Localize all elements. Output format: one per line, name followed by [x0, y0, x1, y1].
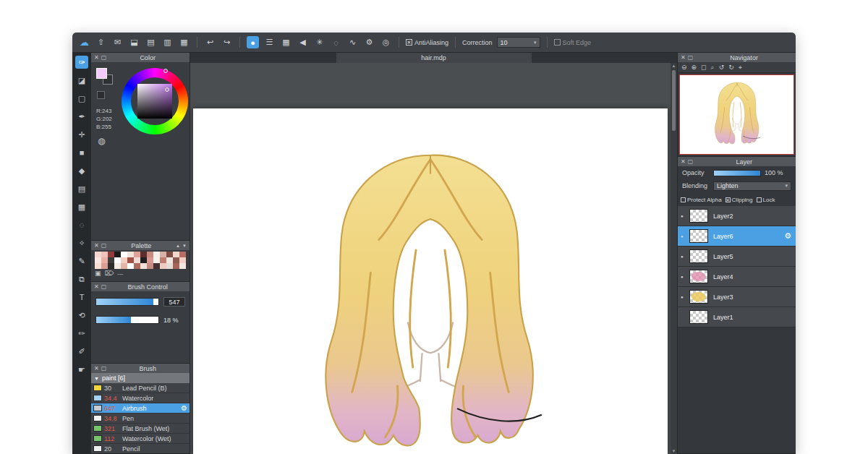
shape-tool[interactable]: ■	[75, 146, 88, 159]
snap-settings-gear-icon[interactable]: ⚙	[363, 36, 375, 48]
lock-checkbox[interactable]: Lock	[757, 197, 775, 203]
color-wheel[interactable]	[122, 68, 188, 134]
palette-swatch[interactable]	[101, 257, 108, 263]
palette-swatch[interactable]	[153, 263, 160, 269]
brush-settings-icon[interactable]: ⚙	[181, 404, 187, 412]
palette-swatch[interactable]	[95, 252, 101, 257]
foreground-color-swatch[interactable]	[96, 68, 107, 79]
palette-swatch[interactable]	[101, 252, 108, 257]
vanishing-point-icon[interactable]: ◀	[297, 36, 309, 48]
palette-swatch[interactable]	[173, 252, 179, 257]
scroll-up-icon[interactable]: ▲	[672, 63, 676, 69]
layer-row[interactable]: ●Layer3	[678, 287, 796, 307]
stabilizer-icon[interactable]: ◎	[380, 36, 392, 48]
palette-swatch[interactable]	[179, 263, 186, 269]
scrollbar-thumb[interactable]	[672, 70, 676, 131]
blending-dropdown[interactable]: Lighten ▾	[713, 181, 791, 191]
palette-swatch[interactable]	[147, 257, 153, 263]
brush-item[interactable]: 34.8Pen	[91, 414, 190, 424]
hand-tool[interactable]: ☛	[75, 363, 88, 376]
layer-visibility-toggle[interactable]: ●	[681, 254, 688, 259]
palette-swatch[interactable]	[121, 263, 127, 269]
soft-edge-checkbox[interactable]: Soft Edge	[554, 39, 592, 46]
rotate-ccw-icon[interactable]: ↺	[719, 64, 725, 71]
collapse-icon[interactable]: ▢	[688, 55, 694, 61]
palette-swatch[interactable]	[160, 263, 166, 269]
palette-swatch[interactable]	[173, 263, 179, 269]
palette-circle-icon[interactable]: ◍	[98, 136, 105, 146]
layer-row[interactable]: Layer1	[678, 307, 796, 327]
layer-row[interactable]: ●Layer2	[678, 206, 796, 226]
pages-icon[interactable]: ▥	[161, 36, 174, 48]
brush-size-value[interactable]: 547	[163, 297, 185, 307]
select-wand-tool[interactable]: ▦	[75, 200, 88, 213]
delete-swatch-icon[interactable]: ⌦	[105, 270, 114, 277]
palette-swatch[interactable]	[140, 257, 147, 263]
eraser-tool[interactable]: ◪	[75, 74, 88, 87]
document-tab[interactable]: hair.mdp	[336, 53, 532, 63]
brush-opacity-slider[interactable]	[95, 316, 159, 324]
brush-size-slider[interactable]	[95, 298, 159, 306]
brush-item[interactable]: 30Lead Pencil (B)	[91, 383, 190, 393]
palette-swatch[interactable]	[179, 252, 186, 257]
palette-swatch[interactable]	[134, 263, 140, 269]
comment-icon[interactable]: ✉	[111, 36, 124, 48]
layer-visibility-toggle[interactable]: ●	[681, 214, 688, 218]
brush-item[interactable]: 647Airbrush⚙	[91, 403, 190, 414]
grid-snap-icon[interactable]: ▦	[280, 36, 292, 48]
fit-window-icon[interactable]: ◻	[701, 64, 706, 71]
hue-marker[interactable]	[163, 69, 168, 73]
palette-swatch[interactable]	[179, 257, 186, 263]
radial-snap-icon[interactable]: ✳	[313, 36, 326, 48]
close-icon[interactable]: ✕	[94, 55, 99, 61]
cloud-sync-icon[interactable]: ☁	[78, 36, 90, 48]
palette-swatch[interactable]	[166, 252, 173, 257]
palette-swatch[interactable]	[127, 257, 134, 263]
transform-tool[interactable]: ⧉	[75, 273, 88, 286]
layer-visibility-toggle[interactable]: ●	[681, 275, 688, 279]
ellipse-snap-icon[interactable]: ◌	[330, 36, 342, 48]
navigator-thumbnail[interactable]	[679, 74, 794, 155]
zoom-out-icon[interactable]: ⊖	[681, 64, 687, 71]
brush-group-row[interactable]: ▼ paint [6]	[91, 373, 190, 383]
antialiasing-checkbox[interactable]: AntiAliasing	[406, 39, 448, 46]
select-rect-tool[interactable]: ▢	[75, 92, 88, 105]
reset-view-icon[interactable]: ⌖	[739, 64, 742, 71]
correction-dropdown[interactable]: 10 ▾	[497, 37, 540, 48]
grid-view-icon[interactable]: ▦	[178, 36, 190, 48]
palette-swatch[interactable]	[114, 263, 121, 269]
palette-swatch[interactable]	[121, 252, 127, 257]
transparent-color-swatch[interactable]	[97, 91, 105, 99]
stroke-pen-tool[interactable]: ✐	[75, 345, 88, 358]
fill-bucket-tool[interactable]: ◆	[75, 164, 88, 177]
palette-swatch[interactable]	[108, 263, 114, 269]
palette-up-icon[interactable]: ▲	[176, 244, 180, 248]
zoom-actual-icon[interactable]: ⌕	[711, 64, 715, 71]
add-swatch-icon[interactable]: ▣	[95, 270, 101, 277]
palette-swatch[interactable]	[95, 263, 101, 269]
curve-snap-icon[interactable]: ∿	[346, 36, 359, 48]
palette-swatch[interactable]	[114, 252, 121, 257]
canvas-vertical-scrollbar[interactable]: ▲ ▼	[671, 63, 677, 454]
lasso-tool[interactable]: ◌	[75, 218, 88, 231]
palette-swatch[interactable]	[153, 257, 160, 263]
palette-down-icon[interactable]: ▼	[182, 244, 187, 248]
redo-icon[interactable]: ↪	[221, 36, 233, 48]
close-icon[interactable]: ✕	[94, 366, 99, 372]
palette-swatch[interactable]	[147, 252, 153, 257]
collapse-icon[interactable]: ▢	[101, 243, 107, 249]
zoom-in-icon[interactable]: ⊕	[692, 64, 697, 71]
brush-item[interactable]: 321Flat Brush (Wet)	[91, 424, 190, 434]
scroll-down-icon[interactable]: ▼	[672, 448, 676, 454]
palette-swatch[interactable]	[147, 263, 153, 269]
layer-opacity-slider[interactable]	[713, 170, 761, 176]
palette-swatch[interactable]	[173, 257, 179, 263]
collapse-icon[interactable]: ▢	[688, 159, 694, 165]
move-tool[interactable]: ✛	[75, 128, 88, 141]
brush-item[interactable]: 34.4Watercolor	[91, 393, 190, 403]
layer-visibility-toggle[interactable]: ●	[681, 295, 688, 299]
palette-swatch[interactable]	[140, 252, 147, 257]
palette-swatch[interactable]	[140, 263, 147, 269]
clipping-checkbox[interactable]: Clipping	[726, 197, 753, 203]
collapse-icon[interactable]: ▢	[101, 366, 107, 372]
